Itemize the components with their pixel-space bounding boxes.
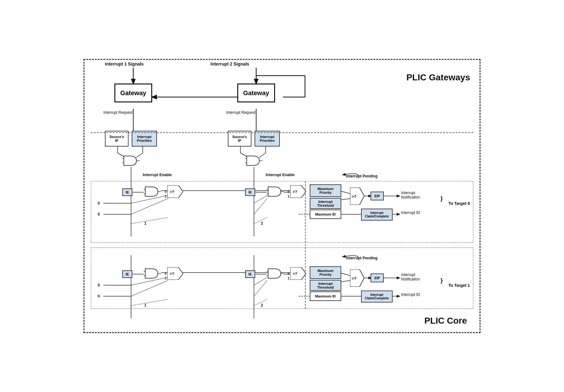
- and-gate-t0-1: [144, 185, 161, 198]
- svg-text:>?: >?: [170, 190, 174, 194]
- comparator-t0-1: >?: [167, 185, 183, 198]
- ie-box-t0-2: IE: [245, 188, 255, 196]
- interrupt2-signal-label: Interrupt 2 Signals: [210, 61, 249, 66]
- eip-t1: EIP: [371, 274, 384, 282]
- interrupt-enable-label-2: Interrupt Enable: [266, 173, 295, 177]
- to-target0-label: To Target 0: [448, 201, 470, 206]
- comparator-center-t1: >?: [350, 269, 364, 287]
- max-priority-t0: MaximumPriority: [310, 184, 341, 197]
- sources-ip-1: Source'sIP: [105, 131, 129, 147]
- interrupt-priorities-2: InterruptPriorities: [255, 131, 280, 147]
- gateway1-label: Gateway: [120, 89, 146, 97]
- svg-text:>?: >?: [293, 272, 297, 276]
- num1-t0: 1: [144, 221, 147, 226]
- interrupt-enable-label-1: Interrupt Enable: [143, 173, 172, 177]
- gateway1-box: Gateway: [114, 84, 152, 102]
- eip-t0: EIP: [371, 192, 384, 200]
- interrupt-id-label-t0: Interrupt ID: [401, 210, 420, 215]
- num2-t0: 2: [261, 221, 263, 226]
- interrupt1-signal-label: Interrupt 1 Signals: [105, 61, 144, 66]
- interrupt-request-label-2: Interrupt Request: [226, 110, 256, 115]
- claim-complete-t1: InterruptClaim/Complete: [361, 291, 393, 303]
- main-diagram: PLIC Gateways PLIC Core Interrupt 1 Sign…: [83, 59, 481, 333]
- interrupt-pending-t1: Interrupt Pending: [346, 256, 377, 260]
- plic-gateways-label: PLIC Gateways: [406, 72, 470, 83]
- svg-text:>?: >?: [293, 190, 297, 194]
- and-gate-t0-2: [267, 185, 284, 198]
- gateway2-label: Gateway: [243, 89, 269, 97]
- to-target1-label: To Target 1: [448, 283, 470, 288]
- vertical-divider: [305, 181, 306, 309]
- num2-t1: 2: [261, 303, 263, 308]
- interrupt-threshold-t0: InterruptThreshold: [310, 198, 341, 209]
- interrupt-threshold-t1: InterruptThreshold: [310, 280, 341, 291]
- interrupt-priorities-1: InterruptPriorities: [132, 131, 157, 147]
- ie-box-t1-1: IE: [122, 270, 132, 278]
- sources-ip-2: Source'sIP: [228, 131, 251, 147]
- interrupt-notification-t1: InterruptNotification: [401, 273, 420, 281]
- max-priority-t1: MaximumPriority: [310, 266, 341, 279]
- comparator-t1-2: >?: [290, 267, 306, 280]
- max-id-t1: Maximum ID: [310, 291, 341, 301]
- interrupt-id-label-t1: Interrupt ID: [401, 292, 420, 297]
- zero-t0-2: 0: [98, 212, 100, 216]
- brace-t1: }: [440, 277, 443, 284]
- max-id-t0: Maximum ID: [310, 210, 341, 219]
- zero-t1-1: 0: [98, 283, 100, 287]
- interrupt-pending-t0: Interrupt Pending: [346, 174, 377, 178]
- plic-core-label: PLIC Core: [424, 316, 467, 326]
- zero-t0-1: 0: [98, 201, 100, 205]
- comparator-center-t0: >?: [350, 187, 364, 205]
- svg-text:>?: >?: [352, 276, 357, 281]
- and-gate-t1-1: [144, 267, 161, 280]
- gateway2-box: Gateway: [237, 84, 275, 102]
- interrupt-request-label-1: Interrupt Request: [103, 110, 133, 115]
- comparator-t1-1: >?: [167, 267, 183, 280]
- ie-box-t0-1: IE: [122, 188, 132, 196]
- comparator-t0-2: >?: [290, 185, 306, 198]
- section-divider: [91, 132, 473, 133]
- and-gate-2-top: [245, 154, 262, 167]
- svg-text:>?: >?: [352, 194, 357, 199]
- interrupt-notification-t0: InterruptNotification: [401, 191, 420, 199]
- ie-box-t1-2: IE: [245, 270, 255, 278]
- and-gate-1-top: [122, 154, 140, 167]
- zero-t1-2: 0: [98, 294, 100, 298]
- claim-complete-t0: InterruptClaim/Complete: [361, 209, 393, 221]
- num1-t1: 1: [144, 303, 147, 308]
- brace-t0: }: [440, 195, 443, 202]
- svg-text:>?: >?: [170, 272, 174, 276]
- and-gate-t1-2: [267, 267, 284, 280]
